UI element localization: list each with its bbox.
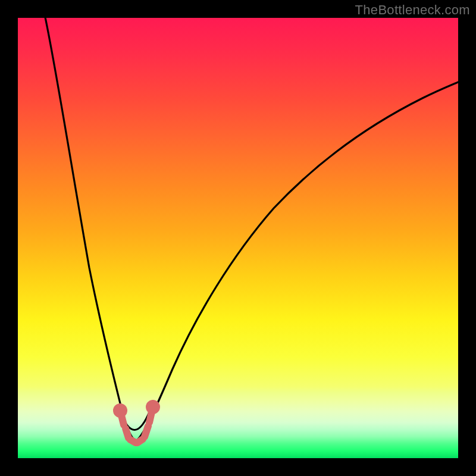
svg-point-6 xyxy=(117,407,124,414)
plot-area xyxy=(18,18,458,458)
chart-frame: TheBottleneck.com xyxy=(0,0,476,476)
curve-layer xyxy=(18,18,458,458)
left-curve xyxy=(44,18,136,441)
svg-line-1 xyxy=(126,428,129,438)
right-curve xyxy=(137,79,458,440)
svg-line-4 xyxy=(145,426,148,437)
watermark-text: TheBottleneck.com xyxy=(355,2,470,18)
svg-line-3 xyxy=(137,439,143,443)
trough-markers xyxy=(117,403,156,443)
svg-point-7 xyxy=(149,403,156,411)
